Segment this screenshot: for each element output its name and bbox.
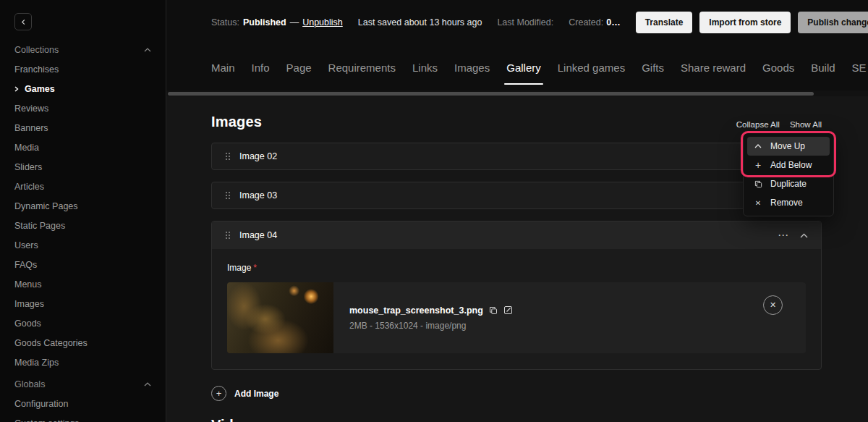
sidebar-item-configuration[interactable]: Configuration	[0, 394, 166, 413]
sidebar: Collections Franchises Games Reviews Ban…	[0, 0, 166, 422]
accordion-label: Image 03	[239, 190, 277, 201]
sidebar-item-sliders[interactable]: Sliders	[0, 157, 166, 177]
sidebar-item-franchises[interactable]: Franchises	[0, 59, 166, 79]
sidebar-section-collections[interactable]: Collections	[0, 41, 166, 59]
videos-heading: Videos	[211, 417, 822, 422]
menu-item-label: Remove	[770, 198, 803, 208]
sidebar-item-menus[interactable]: Menus	[0, 274, 166, 294]
sidebar-item-dynamic-pages[interactable]: Dynamic Pages	[0, 196, 166, 216]
add-image-button[interactable]: + Add Image	[211, 386, 822, 401]
section-label: Collections	[14, 45, 59, 55]
created-label: Created:	[569, 17, 603, 28]
show-all-link[interactable]: Show All	[790, 120, 822, 129]
tab-gifts[interactable]: Gifts	[642, 46, 664, 90]
tab-linked-games[interactable]: Linked games	[558, 46, 625, 90]
created-group: Created: 0…	[569, 17, 620, 28]
tab-page[interactable]: Page	[286, 46, 312, 90]
sidebar-item-media[interactable]: Media	[0, 138, 166, 157]
sidebar-item-custom-settings[interactable]: Custom settings	[0, 413, 166, 422]
images-heading: Images	[211, 114, 262, 130]
tab-build[interactable]: Build	[811, 46, 835, 90]
required-marker: *	[253, 263, 257, 273]
header-actions: Translate Import from store Publish chan…	[636, 12, 868, 33]
file-meta: 2MB - 1536x1024 - image/png	[349, 321, 513, 331]
sidebar-item-images[interactable]: Images	[0, 294, 166, 313]
section-label: Globals	[14, 379, 45, 389]
sidebar-item-banners[interactable]: Banners	[0, 118, 166, 138]
menu-item-label: Move Up	[770, 141, 805, 151]
import-from-store-button[interactable]: Import from store	[699, 12, 791, 33]
image-02-row[interactable]: Image 02	[211, 143, 822, 170]
chevron-up-icon	[144, 48, 151, 52]
status-group: Status: Published — Unpublish	[211, 17, 343, 28]
sidebar-item-label: Games	[25, 84, 55, 94]
status-label: Status:	[211, 17, 239, 28]
sidebar-item-articles[interactable]: Articles	[0, 177, 166, 196]
row-options-icon[interactable]: ⋯	[778, 232, 788, 239]
top-bar: Status: Published — Unpublish Last saved…	[166, 0, 868, 44]
menu-item-remove[interactable]: ✕ Remove	[747, 193, 830, 212]
sidebar-item-goods-categories[interactable]: Goods Categories	[0, 333, 166, 353]
tab-links[interactable]: Links	[412, 46, 438, 90]
row-context-menu: Move Up + Add Below Duplicate ✕ Remove	[743, 132, 834, 216]
tab-gallery[interactable]: Gallery	[506, 46, 541, 90]
status-separator: —	[290, 17, 299, 28]
sidebar-item-goods[interactable]: Goods	[0, 313, 166, 333]
remove-image-button[interactable]: ✕	[763, 295, 783, 315]
image-04-row[interactable]: Image 04 ⋯	[212, 221, 821, 249]
plus-circle-icon: +	[211, 386, 226, 401]
add-image-label: Add Image	[234, 389, 278, 399]
tab-info[interactable]: Info	[252, 46, 270, 90]
collapse-row-icon[interactable]	[800, 233, 808, 238]
image-03-row[interactable]: Image 03	[211, 182, 822, 209]
chevron-right-icon	[14, 86, 19, 92]
sidebar-item-media-zips[interactable]: Media Zips	[0, 353, 166, 372]
edit-icon[interactable]	[503, 305, 513, 315]
back-button[interactable]	[14, 13, 32, 30]
tab-requirements[interactable]: Requirements	[328, 46, 396, 90]
tab-images[interactable]: Images	[454, 46, 490, 90]
accordion-label: Image 04	[239, 230, 277, 240]
copy-icon[interactable]	[489, 306, 498, 315]
tab-bar: Main Info Page Requirements Links Images…	[166, 44, 868, 90]
drag-handle-icon[interactable]	[225, 152, 231, 161]
last-saved-text: Last saved about 13 hours ago	[358, 17, 482, 28]
status-value: Published	[243, 17, 286, 28]
last-modified-label: Last Modified:	[497, 17, 553, 28]
menu-item-label: Duplicate	[770, 179, 807, 189]
sidebar-item-users[interactable]: Users	[0, 235, 166, 255]
drag-handle-icon[interactable]	[225, 191, 231, 200]
collapse-all-link[interactable]: Collapse All	[736, 120, 780, 129]
unpublish-link[interactable]: Unpublish	[302, 17, 343, 28]
created-value: 0…	[606, 17, 620, 28]
close-icon: ✕	[753, 199, 763, 207]
tab-main[interactable]: Main	[211, 46, 235, 90]
tab-goods[interactable]: Goods	[762, 46, 794, 90]
accordion-label: Image 02	[239, 151, 277, 161]
file-name: mouse_trap_screenshot_3.png	[349, 305, 483, 316]
sidebar-item-static-pages[interactable]: Static Pages	[0, 216, 166, 235]
chevron-up-icon	[144, 382, 151, 387]
menu-item-duplicate[interactable]: Duplicate	[747, 174, 830, 193]
sidebar-section-globals[interactable]: Globals	[0, 375, 166, 394]
close-icon: ✕	[770, 300, 776, 310]
horizontal-scrollbar-thumb[interactable]	[168, 92, 814, 96]
image-04-panel: Image 04 ⋯ Image* mouse_trap_screensh	[211, 221, 822, 370]
plus-icon: +	[753, 159, 763, 171]
sidebar-item-reviews[interactable]: Reviews	[0, 98, 166, 118]
tab-share-reward[interactable]: Share reward	[681, 46, 746, 90]
publish-changes-button[interactable]: Publish changes	[798, 12, 868, 33]
app-window: Collections Franchises Games Reviews Ban…	[0, 0, 868, 422]
drag-handle-icon[interactable]	[225, 231, 231, 240]
menu-item-add-below[interactable]: + Add Below	[747, 156, 830, 174]
menu-item-move-up[interactable]: Move Up	[747, 137, 830, 156]
menu-item-label: Add Below	[770, 160, 812, 170]
image-thumbnail[interactable]	[227, 282, 333, 353]
tab-se-truncated[interactable]: SE	[852, 46, 867, 90]
translate-button[interactable]: Translate	[636, 12, 693, 33]
horizontal-scrollbar-track[interactable]	[166, 90, 868, 96]
sidebar-item-games[interactable]: Games	[0, 79, 166, 98]
duplicate-icon	[753, 180, 763, 188]
sidebar-item-faqs[interactable]: FAQs	[0, 255, 166, 274]
image-field-label: Image*	[227, 263, 806, 273]
